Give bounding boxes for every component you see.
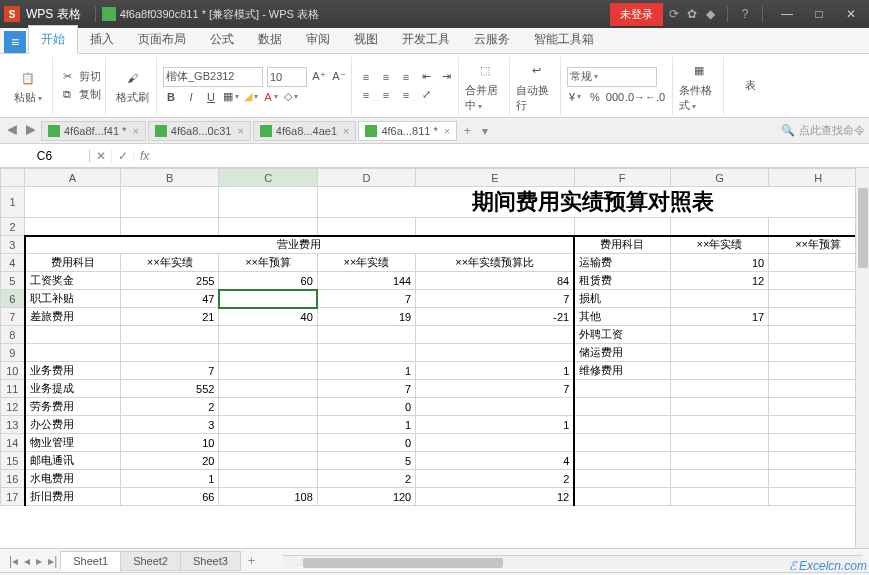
cell[interactable]: 邮电通讯 (25, 452, 121, 470)
tab-home[interactable]: 开始 (28, 25, 78, 54)
cell[interactable] (769, 452, 868, 470)
percent-icon[interactable]: % (587, 89, 603, 105)
cell[interactable] (670, 434, 768, 452)
cell[interactable]: 外聘工资 (574, 326, 670, 344)
cell[interactable]: 84 (416, 272, 575, 290)
cell[interactable]: 劳务费用 (25, 398, 121, 416)
cell[interactable] (769, 326, 868, 344)
sheet-first[interactable]: |◂ (6, 554, 21, 568)
cell[interactable] (219, 187, 317, 218)
cell[interactable]: 0 (317, 398, 415, 416)
font-name-select[interactable]: 楷体_GB2312 (163, 67, 263, 87)
row-header[interactable]: 5 (1, 272, 25, 290)
cell[interactable] (25, 218, 121, 236)
fx-icon[interactable]: fx (134, 149, 155, 163)
cell[interactable] (769, 488, 868, 506)
cell[interactable]: 办公费用 (25, 416, 121, 434)
cell[interactable] (670, 290, 768, 308)
sheet-last[interactable]: ▸| (45, 554, 60, 568)
sheet-tab-3[interactable]: Sheet3 (180, 551, 241, 571)
cell[interactable] (416, 434, 575, 452)
cell[interactable]: 108 (219, 488, 317, 506)
row-header[interactable]: 6 (1, 290, 25, 308)
doc-tab-1[interactable]: 4f6a8f...f41 *× (41, 121, 146, 141)
cell[interactable]: -21 (416, 308, 575, 326)
skin-icon[interactable]: ◆ (703, 7, 717, 21)
row-header[interactable]: 15 (1, 452, 25, 470)
paste-button[interactable]: 📋 粘贴 (8, 66, 48, 105)
cell[interactable] (769, 254, 868, 272)
cell[interactable]: 费用科目 (25, 254, 121, 272)
bold-button[interactable]: B (163, 89, 179, 105)
row-header[interactable]: 13 (1, 416, 25, 434)
cell[interactable] (769, 362, 868, 380)
cell[interactable]: 2 (317, 470, 415, 488)
cell[interactable] (574, 380, 670, 398)
row-header[interactable]: 14 (1, 434, 25, 452)
cell[interactable]: ××年实绩 (317, 254, 415, 272)
cell[interactable] (574, 470, 670, 488)
cell[interactable]: 储运费用 (574, 344, 670, 362)
add-sheet-button[interactable]: + (240, 554, 263, 568)
cell[interactable]: 1 (120, 470, 218, 488)
cell[interactable]: 损机 (574, 290, 670, 308)
cell[interactable] (416, 398, 575, 416)
cell[interactable] (219, 452, 317, 470)
cell[interactable] (219, 344, 317, 362)
accept-formula-icon[interactable]: ✓ (112, 149, 134, 163)
align-right-icon[interactable]: ≡ (398, 87, 414, 103)
cell[interactable] (769, 434, 868, 452)
border-button[interactable]: ▦ (223, 89, 239, 105)
tab-review[interactable]: 审阅 (294, 26, 342, 53)
cond-format-button[interactable]: ▦ 条件格式 (679, 59, 719, 113)
number-format-select[interactable]: 常规 (567, 67, 657, 87)
cell[interactable] (574, 416, 670, 434)
cell[interactable] (769, 380, 868, 398)
col-header[interactable]: H (769, 169, 868, 187)
cell[interactable]: ××年实绩 (670, 236, 768, 254)
col-header[interactable]: D (317, 169, 415, 187)
doc-tab-3[interactable]: 4f6a8...4ae1× (253, 121, 357, 141)
sheet-tab-1[interactable]: Sheet1 (60, 551, 121, 571)
tab-dev[interactable]: 开发工具 (390, 26, 462, 53)
cell[interactable]: 21 (120, 308, 218, 326)
cell[interactable]: 水电费用 (25, 470, 121, 488)
cell[interactable]: 20 (120, 452, 218, 470)
cell[interactable] (769, 272, 868, 290)
close-icon[interactable]: × (132, 125, 138, 137)
cell[interactable] (219, 362, 317, 380)
cell[interactable]: 费用科目 (574, 236, 670, 254)
indent-inc-icon[interactable]: ⇥ (438, 69, 454, 85)
cell[interactable]: 552 (120, 380, 218, 398)
close-icon[interactable]: × (444, 125, 450, 137)
maximize-button[interactable]: □ (805, 4, 833, 24)
cell[interactable] (219, 380, 317, 398)
cell[interactable] (25, 326, 121, 344)
cell[interactable] (670, 452, 768, 470)
cell[interactable] (317, 326, 415, 344)
cell[interactable]: 12 (670, 272, 768, 290)
cell[interactable] (574, 218, 670, 236)
align-mid-icon[interactable]: ≡ (378, 69, 394, 85)
cell[interactable]: 1 (416, 362, 575, 380)
align-bot-icon[interactable]: ≡ (398, 69, 414, 85)
cell[interactable]: 职工补贴 (25, 290, 121, 308)
cell[interactable]: 7 (416, 290, 575, 308)
align-left-icon[interactable]: ≡ (358, 87, 374, 103)
sheet-prev[interactable]: ◂ (21, 554, 33, 568)
cell[interactable] (574, 452, 670, 470)
cell[interactable]: 3 (120, 416, 218, 434)
cell[interactable]: ××年实绩预算比 (416, 254, 575, 272)
cell[interactable]: ××年预算 (769, 236, 868, 254)
cell[interactable]: 1 (317, 416, 415, 434)
cell[interactable] (219, 416, 317, 434)
cell[interactable]: 19 (317, 308, 415, 326)
cell[interactable]: 7 (317, 380, 415, 398)
cell[interactable]: 5 (317, 452, 415, 470)
cell[interactable]: 2 (120, 398, 218, 416)
col-header[interactable]: B (120, 169, 218, 187)
cell[interactable]: ××年实绩 (120, 254, 218, 272)
cell[interactable] (219, 398, 317, 416)
app-menu-button[interactable]: ≡ (4, 31, 26, 53)
cell[interactable]: 业务提成 (25, 380, 121, 398)
